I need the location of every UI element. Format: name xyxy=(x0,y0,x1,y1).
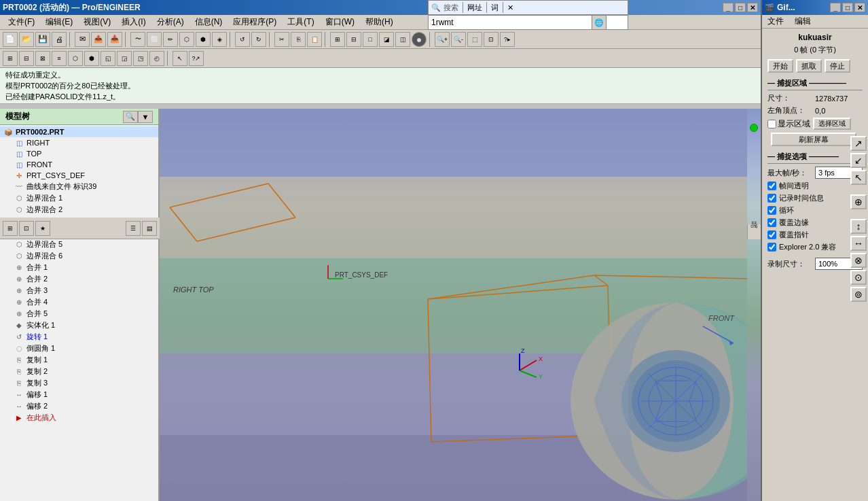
ci-label[interactable]: 词 xyxy=(491,3,499,13)
help-button[interactable]: ?▸ xyxy=(500,32,515,47)
gif-side-btn9[interactable]: ⊚ xyxy=(850,287,867,302)
zoom-fit-button[interactable]: ⬚ xyxy=(467,32,482,47)
zoom-out-button[interactable]: 🔍- xyxy=(451,32,466,47)
undo-button[interactable]: ↺ xyxy=(235,32,250,47)
tree-item-20[interactable]: ⎘复制 2 xyxy=(0,366,158,377)
view4-button[interactable]: ◪ xyxy=(379,32,394,47)
menu-window[interactable]: 窗口(W) xyxy=(320,15,360,29)
gif-close-btn[interactable]: ✕ xyxy=(854,3,865,12)
gif-checkbox-4[interactable] xyxy=(767,230,776,239)
gif-side-btn1[interactable]: ↗ xyxy=(850,136,867,151)
tree-item-22[interactable]: ↔偏移 1 xyxy=(0,389,158,400)
tree-item-6[interactable]: ⬡边界混合 2 xyxy=(0,204,158,215)
sketch-button[interactable]: ✏ xyxy=(163,32,178,47)
menu-help[interactable]: 帮助(H) xyxy=(360,15,399,29)
tb2-btn10[interactable]: ◴ xyxy=(149,51,164,66)
save-button[interactable]: 💾 xyxy=(35,32,50,47)
view1-button[interactable]: ⊞ xyxy=(330,32,345,47)
tree-item-16[interactable]: ◆实体化 1 xyxy=(0,319,158,331)
new-button[interactable]: 📄 xyxy=(3,32,18,47)
zoom-in-button[interactable]: 🔍+ xyxy=(435,32,450,47)
tree-item-15[interactable]: ⊕合并 5 xyxy=(0,308,158,319)
gif-side-btn6[interactable]: ↔ xyxy=(850,236,867,251)
gif-menu-file[interactable]: 文件 xyxy=(765,16,786,27)
menu-info[interactable]: 信息(N) xyxy=(189,15,228,29)
copy-button[interactable]: ⎘ xyxy=(291,32,306,47)
smart-panel[interactable]: 智 xyxy=(747,224,761,239)
tree-options-btn[interactable]: ☰ xyxy=(126,221,141,236)
tb2-help2-btn[interactable]: ?↗ xyxy=(189,51,204,66)
search-input[interactable] xyxy=(429,18,592,27)
tree-item-12[interactable]: ⊕合并 2 xyxy=(0,273,158,285)
tb2-btn1[interactable]: ⊞ xyxy=(3,51,18,66)
tree-item-23[interactable]: ↔偏移 2 xyxy=(0,400,158,412)
tb2-btn4[interactable]: ≡ xyxy=(52,51,67,66)
surface-button[interactable]: ⬜ xyxy=(147,32,162,47)
gif-select-region-button[interactable]: 选择区域 xyxy=(813,118,851,130)
search-close-icon[interactable]: ✕ xyxy=(507,3,513,12)
tree-item-18[interactable]: ◌倒圆角 1 xyxy=(0,343,158,354)
menu-edit[interactable]: 编辑(E) xyxy=(40,15,78,29)
gif-checkbox-2[interactable] xyxy=(767,206,776,215)
tree-menu-btn[interactable]: ▼ xyxy=(138,111,153,123)
tree-item-13[interactable]: ⊕合并 3 xyxy=(0,285,158,296)
tree-item-4[interactable]: 〰曲线来自文件 标识39 xyxy=(0,181,158,192)
tree-item-5[interactable]: ⬡边界混合 1 xyxy=(0,192,158,204)
view3-button[interactable]: □ xyxy=(363,32,378,47)
gif-side-btn2[interactable]: ↙ xyxy=(850,153,867,168)
gif-stop-button[interactable]: 停止 xyxy=(825,59,850,73)
tb2-btn7[interactable]: ◱ xyxy=(101,51,115,66)
gif-side-btn8[interactable]: ⊙ xyxy=(850,270,867,285)
feature2-button[interactable]: ⬢ xyxy=(196,32,211,47)
tree-item-9[interactable]: ⬡边界混合 5 xyxy=(0,239,158,250)
maximize-button[interactable]: □ xyxy=(735,3,746,12)
view2-button[interactable]: ⊟ xyxy=(346,32,361,47)
gif-checkbox-0[interactable] xyxy=(767,182,776,190)
gif-checkbox-1[interactable] xyxy=(767,194,776,203)
gif-refresh-button[interactable]: 刷新屏幕 xyxy=(771,133,856,146)
gif-grab-button[interactable]: 抓取 xyxy=(796,59,822,73)
paste-button[interactable]: 📋 xyxy=(307,32,322,47)
feature3-button[interactable]: ◈ xyxy=(212,32,227,47)
curve-button[interactable]: 〜 xyxy=(130,32,145,47)
gif-side-btn3[interactable]: ↖ xyxy=(850,170,867,185)
import-button[interactable]: 📥 xyxy=(107,32,122,47)
tree-item-0[interactable]: ◫RIGHT xyxy=(0,137,158,148)
search-go-button[interactable]: 🌐 xyxy=(592,15,607,30)
tree-item-21[interactable]: ⎘复制 3 xyxy=(0,377,158,389)
menu-tools[interactable]: 工具(T) xyxy=(282,15,319,29)
feature1-button[interactable]: ⬡ xyxy=(179,32,194,47)
print-button[interactable]: 🖨 xyxy=(52,32,67,47)
tree-item-19[interactable]: ⎘复制 1 xyxy=(0,354,158,366)
export-button[interactable]: 📤 xyxy=(91,32,106,47)
main-viewport[interactable]: RIGHT TOP PRT_CSYS_DEF xyxy=(160,109,761,501)
tree-root[interactable]: 📦 PRT0002.PRT xyxy=(0,126,158,137)
tb2-btn3[interactable]: ⊠ xyxy=(35,51,50,66)
view5-button[interactable]: ◫ xyxy=(395,32,410,47)
tree-item-1[interactable]: ◫TOP xyxy=(0,148,158,159)
redo-button[interactable]: ↻ xyxy=(251,32,266,47)
gif-show-region-checkbox[interactable] xyxy=(767,120,776,128)
gif-checkbox-5[interactable] xyxy=(767,243,776,252)
tree-view-btn3[interactable]: ★ xyxy=(35,221,50,236)
shading-button[interactable]: ● xyxy=(412,32,427,47)
tree-item-14[interactable]: ⊕合并 4 xyxy=(0,296,158,308)
gif-side-btn4[interactable]: ⊕ xyxy=(850,194,867,209)
tb2-btn5[interactable]: ⬡ xyxy=(68,51,83,66)
menu-file[interactable]: 文件(F) xyxy=(3,15,40,29)
tree-item-17[interactable]: ↺旋转 1 xyxy=(0,331,158,343)
gif-side-btn7[interactable]: ⊗ xyxy=(850,253,867,268)
tree-item-24[interactable]: ▶在此插入 xyxy=(0,412,158,424)
tree-item-11[interactable]: ⊕合并 1 xyxy=(0,262,158,273)
tb2-btn6[interactable]: ⬢ xyxy=(84,51,99,66)
tree-expand-btn[interactable]: ▤ xyxy=(142,221,157,236)
gif-checkbox-3[interactable] xyxy=(767,218,776,227)
email-button[interactable]: ✉ xyxy=(75,32,90,47)
menu-analysis[interactable]: 分析(A) xyxy=(151,15,189,29)
cut-button[interactable]: ✂ xyxy=(274,32,289,47)
tree-item-10[interactable]: ⬡边界混合 6 xyxy=(0,250,158,262)
tree-view-btn1[interactable]: ⊞ xyxy=(3,221,18,236)
menu-insert[interactable]: 插入(I) xyxy=(116,15,151,29)
gif-minimize-btn[interactable]: _ xyxy=(830,3,841,12)
gif-start-button[interactable]: 开始 xyxy=(767,59,793,73)
